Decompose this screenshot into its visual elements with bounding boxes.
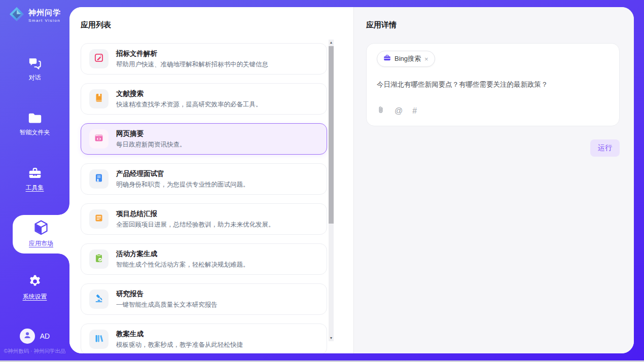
folder-icon	[0, 112, 69, 125]
app-card[interactable]: 网页摘要 每日政府新闻资讯快查。	[81, 123, 327, 155]
book-icon	[94, 93, 104, 105]
toolbox-icon	[0, 166, 69, 180]
brand-subtitle: Smart Vision	[28, 18, 61, 23]
run-row: 运行	[366, 139, 620, 157]
sidebar: 神州问学 Smart Vision 对话 智能文件夹	[0, 0, 69, 362]
app-card[interactable]: 教案生成 模板驱动，教案秒成，教学准备从此轻松快捷	[81, 323, 327, 353]
sidebar-item-smart-folder[interactable]: 智能文件夹	[0, 112, 69, 137]
app-card-desc: 模板驱动，教案秒成，教学准备从此轻松快捷	[116, 341, 243, 349]
app-card[interactable]: 项目总结汇报 全面回顾项目进展，总结经验教训，助力未来优化发展。	[81, 203, 327, 235]
sidebar-item-label: 智能文件夹	[0, 128, 69, 137]
app-card-title: 教案生成	[116, 330, 243, 339]
sidebar-item-label: 对话	[0, 74, 69, 82]
app-card-title: 活动方案生成	[116, 249, 249, 259]
user-initials: AD	[40, 332, 50, 340]
run-button[interactable]: 运行	[590, 139, 620, 157]
app-card[interactable]: 文献搜索 快速精准查找学术资源，提高研究效率的必备工具。	[81, 83, 327, 115]
app-icon-tile	[89, 89, 109, 108]
app-icon-tile	[89, 209, 109, 229]
scroll-up-icon[interactable]: ▲	[329, 40, 334, 46]
sidebar-item-label: 工具集	[0, 184, 69, 192]
note-icon	[94, 213, 104, 225]
app-icon-tile	[89, 169, 109, 189]
app-card-desc: 帮助用户快速、准确地理解和解析招标书中的关键信息	[116, 60, 268, 69]
prompt-card: Bing搜索 × 今日湖北有哪些新闻要点？有哪些需要关注的最新政策？ @ #	[366, 43, 620, 126]
app-card-desc: 明确身份和职责，为您提供专业性的面试问题。	[116, 180, 249, 189]
app-detail-pane: 应用详情 Bing搜索 × 今日湖北有哪些新闻要点？有哪些需要关注的最新政策？	[353, 7, 634, 353]
app-card-title: 招标文件解析	[116, 49, 268, 58]
app-list-pane: 应用列表 招标文件解析 帮助用户快速、准确地理解和解析招标书中的关键信息 文献搜…	[69, 7, 353, 353]
chat-icon	[0, 57, 69, 70]
app-card-title: 网页摘要	[116, 129, 186, 138]
app-card[interactable]: 研究报告 一键智能生成高质量长文本研究报告	[81, 283, 327, 315]
app-card-title: 产品经理面试官	[116, 169, 249, 178]
input-toolbar: @ #	[377, 105, 609, 117]
app-icon-tile	[89, 249, 109, 269]
briefcase-icon	[383, 54, 391, 63]
app-card-title: 研究报告	[116, 289, 218, 299]
app-icon-tile	[89, 330, 109, 349]
edit-square-icon	[94, 53, 104, 65]
app-window: 神州问学 Smart Vision 对话 智能文件夹	[0, 0, 644, 362]
app-card-title: 文献搜索	[116, 89, 262, 98]
app-detail-title: 应用详情	[366, 20, 620, 30]
query-text[interactable]: 今日湖北有哪些新闻要点？有哪些需要关注的最新政策？	[377, 80, 609, 89]
app-icon-tile	[89, 49, 109, 68]
sidebar-item-label: 应用市场	[13, 239, 69, 248]
content-panel: 应用列表 招标文件解析 帮助用户快速、准确地理解和解析招标书中的关键信息 文献搜…	[69, 7, 634, 353]
list-scrollbar[interactable]: ▲ ▼	[329, 40, 334, 341]
app-card-desc: 每日政府新闻资讯快查。	[116, 140, 186, 149]
active-item-top-fillet	[58, 204, 69, 215]
at-icon[interactable]: @	[395, 107, 403, 115]
copyright-footer: ©神州数码 · 神州问学出品	[0, 348, 69, 355]
brand-name: 神州问学	[28, 8, 61, 18]
scrollbar-thumb[interactable]	[329, 46, 334, 224]
hash-icon[interactable]: #	[412, 107, 417, 115]
close-icon[interactable]: ×	[424, 56, 428, 62]
sidebar-item-toolset[interactable]: 工具集	[0, 166, 69, 192]
chip-label: Bing搜索	[395, 54, 421, 63]
books-icon	[94, 333, 104, 345]
app-card-list: 招标文件解析 帮助用户快速、准确地理解和解析招标书中的关键信息 文献搜索 快速精…	[81, 43, 327, 353]
avatar	[20, 329, 35, 344]
app-icon-tile	[89, 289, 109, 309]
app-card-title: 项目总结汇报	[116, 209, 275, 219]
app-card[interactable]: 招标文件解析 帮助用户快速、准确地理解和解析招标书中的关键信息	[81, 43, 327, 75]
scroll-down-icon[interactable]: ▼	[329, 335, 334, 341]
app-card[interactable]: 活动方案生成 智能生成个性化活动方案，轻松解决规划难题。	[81, 243, 327, 275]
sidebar-item-app-market[interactable]: 应用市场	[13, 215, 69, 254]
brand: 神州问学 Smart Vision	[0, 6, 69, 24]
paperclip-icon[interactable]	[377, 105, 385, 117]
app-card-desc: 一键智能生成高质量长文本研究报告	[116, 301, 218, 309]
app-card-desc: 快速精准查找学术资源，提高研究效率的必备工具。	[116, 100, 262, 109]
sidebar-item-label: 系统设置	[0, 293, 69, 301]
app-card-desc: 全面回顾项目进展，总结经验教训，助力未来优化发展。	[116, 221, 275, 229]
sidebar-item-chat[interactable]: 对话	[0, 57, 69, 82]
tool-chip-bing-search[interactable]: Bing搜索 ×	[377, 51, 435, 67]
user-account[interactable]: AD	[0, 329, 69, 344]
app-card[interactable]: 产品经理面试官 明确身份和职责，为您提供专业性的面试问题。	[81, 163, 327, 195]
cube-icon	[13, 219, 69, 237]
app-list-title: 应用列表	[81, 20, 327, 30]
user-avatar-icon	[23, 331, 32, 342]
app-icon-tile	[89, 129, 109, 149]
microscope-icon	[94, 293, 104, 305]
app-card-desc: 智能生成个性化活动方案，轻松解决规划难题。	[116, 261, 249, 269]
browser-code-icon	[94, 133, 104, 145]
brand-logo-icon	[9, 6, 25, 24]
clipboard-check-icon	[94, 253, 104, 265]
gear-icon	[0, 274, 69, 289]
doc-person-icon	[94, 173, 104, 185]
active-item-bottom-fillet	[58, 254, 69, 265]
sidebar-item-settings[interactable]: 系统设置	[0, 274, 69, 301]
